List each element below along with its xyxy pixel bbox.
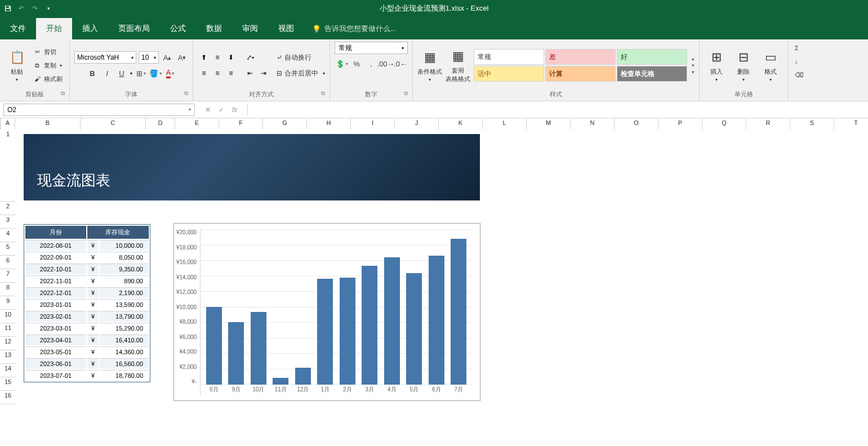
align-center-button[interactable]: ≡ xyxy=(211,67,224,79)
name-box[interactable]: O2▾ xyxy=(3,104,195,116)
style-normal[interactable]: 常规 xyxy=(474,49,544,65)
conditional-format-button[interactable]: ▦条件格式▾ xyxy=(417,45,442,86)
paste-button[interactable]: 📋 粘贴 ▾ xyxy=(5,45,29,86)
increase-font-button[interactable]: A▴ xyxy=(161,51,173,64)
chart-bar[interactable] xyxy=(206,307,222,385)
table-row[interactable]: 2023-05-01¥14,360.00 xyxy=(25,346,149,357)
col-header-Q[interactable]: Q xyxy=(702,118,746,130)
border-button[interactable]: ⊞ xyxy=(135,67,147,79)
col-header-B[interactable]: B xyxy=(15,118,81,130)
col-header-A[interactable]: A xyxy=(1,118,15,130)
col-header-P[interactable]: P xyxy=(658,118,702,130)
row-header-10[interactable]: 10 xyxy=(0,310,16,323)
row-header-16[interactable]: 16 xyxy=(0,391,16,404)
alignment-launcher[interactable]: ⧉ xyxy=(321,90,325,97)
col-header-H[interactable]: H xyxy=(307,118,351,130)
number-format-combo[interactable]: 常规▾ xyxy=(335,42,408,54)
increase-indent-button[interactable]: ⇥ xyxy=(257,67,270,79)
table-row[interactable]: 2022-11-01¥890.00 xyxy=(25,275,149,286)
chart-bar[interactable] xyxy=(429,256,444,385)
clear-button[interactable]: ⌫ xyxy=(793,69,806,81)
align-top-button[interactable]: ⬆ xyxy=(198,51,210,64)
format-table-button[interactable]: ▦套用 表格格式 xyxy=(446,45,470,86)
table-row[interactable]: 2023-07-01¥18,780.00 xyxy=(25,370,149,381)
save-icon[interactable] xyxy=(3,4,12,13)
table-row[interactable]: 2023-04-01¥16,410.00 xyxy=(25,334,149,345)
insert-cells-button[interactable]: ⊞插入▾ xyxy=(704,45,729,86)
styles-gallery[interactable]: 常规 差 好 适中 计算 检查单元格 xyxy=(474,49,687,82)
chart-bar[interactable] xyxy=(317,279,333,385)
chart-bar[interactable] xyxy=(228,322,244,385)
decrease-decimal-button[interactable]: .0← xyxy=(394,57,407,70)
row-header-9[interactable]: 9 xyxy=(0,296,16,310)
cell-area[interactable]: 现金流图表 月份 库存现金 2022-08-01¥10,000.002022-0… xyxy=(16,130,868,446)
col-header-K[interactable]: K xyxy=(439,118,483,130)
cancel-formula-icon[interactable]: ✕ xyxy=(205,106,211,114)
enter-formula-icon[interactable]: ✓ xyxy=(219,106,224,114)
col-header-I[interactable]: I xyxy=(351,118,395,130)
tab-insert[interactable]: 插入 xyxy=(72,18,108,39)
font-launcher[interactable]: ⧉ xyxy=(184,90,188,97)
undo-icon[interactable]: ↶ xyxy=(17,4,26,13)
col-header-S[interactable]: S xyxy=(790,118,834,130)
col-header-R[interactable]: R xyxy=(746,118,790,130)
col-header-O[interactable]: O xyxy=(615,118,658,130)
gallery-up-icon[interactable]: ▴ xyxy=(692,56,695,61)
fx-icon[interactable]: fx xyxy=(232,106,237,114)
tab-file[interactable]: 文件 xyxy=(0,18,36,39)
copy-button[interactable]: ⧉复制▾ xyxy=(30,59,65,72)
tell-me-search[interactable]: 💡 告诉我您想要做什么... xyxy=(304,18,404,39)
row-header-2[interactable]: 2 xyxy=(0,202,16,215)
bold-button[interactable]: B xyxy=(86,67,99,79)
table-row[interactable]: 2023-06-01¥16,560.00 xyxy=(25,358,149,369)
row-header-4[interactable]: 4 xyxy=(0,229,16,242)
gallery-more-icon[interactable]: ▾ xyxy=(692,69,695,75)
style-good[interactable]: 好 xyxy=(617,49,687,65)
row-header-15[interactable]: 15 xyxy=(0,377,16,391)
clipboard-launcher[interactable]: ⧉ xyxy=(61,90,65,97)
format-cells-button[interactable]: ▭格式▾ xyxy=(758,45,783,86)
font-name-combo[interactable]: Microsoft YaH▾ xyxy=(74,51,136,64)
orientation-button[interactable]: ⤤▾ xyxy=(244,51,256,64)
row-header-14[interactable]: 14 xyxy=(0,364,16,377)
chart-bar[interactable] xyxy=(340,278,355,385)
table-row[interactable]: 2022-10-01¥9,350.00 xyxy=(25,264,149,274)
style-neutral[interactable]: 适中 xyxy=(474,66,544,82)
fill-button[interactable]: ↓ xyxy=(793,55,800,68)
col-header-E[interactable]: E xyxy=(175,118,219,130)
underline-button[interactable]: U xyxy=(115,67,128,79)
col-header-J[interactable]: J xyxy=(395,118,439,130)
chart-bar[interactable] xyxy=(273,378,288,385)
row-header-3[interactable]: 3 xyxy=(0,215,16,229)
redo-icon[interactable]: ↷ xyxy=(30,4,39,13)
merge-button[interactable]: ⊟合并后居中▾ xyxy=(277,67,325,79)
tab-layout[interactable]: 页面布局 xyxy=(108,18,160,39)
chart-bar[interactable] xyxy=(295,368,311,385)
col-header-N[interactable]: N xyxy=(571,118,615,130)
col-header-C[interactable]: C xyxy=(81,118,146,130)
row-header-6[interactable]: 6 xyxy=(0,256,16,269)
align-middle-button[interactable]: ≡ xyxy=(211,51,224,64)
row-header-13[interactable]: 13 xyxy=(0,350,16,364)
cash-flow-chart[interactable]: ¥20,000¥18,000¥16,000¥14,000¥12,000¥10,0… xyxy=(173,223,480,401)
chart-bar[interactable] xyxy=(362,266,377,385)
col-header-G[interactable]: G xyxy=(263,118,307,130)
number-launcher[interactable]: ⧉ xyxy=(404,90,408,97)
row-header-7[interactable]: 7 xyxy=(0,269,16,283)
row-header-1[interactable]: 1 xyxy=(0,130,16,202)
table-row[interactable]: 2023-03-01¥15,290.00 xyxy=(25,323,149,333)
chart-bar[interactable] xyxy=(251,312,266,385)
tab-view[interactable]: 视图 xyxy=(268,18,304,39)
accounting-button[interactable]: 💲 xyxy=(336,57,348,70)
qat-dropdown-icon[interactable]: ▾ xyxy=(44,4,53,13)
gallery-down-icon[interactable]: ▾ xyxy=(692,63,695,68)
style-bad[interactable]: 差 xyxy=(545,49,616,65)
chart-bar[interactable] xyxy=(384,257,400,385)
font-size-combo[interactable]: 10▾ xyxy=(139,51,159,64)
align-right-button[interactable]: ≡ xyxy=(225,67,237,79)
table-row[interactable]: 2022-08-01¥10,000.00 xyxy=(25,240,149,251)
col-header-M[interactable]: M xyxy=(527,118,571,130)
row-header-12[interactable]: 12 xyxy=(0,337,16,350)
tab-formulas[interactable]: 公式 xyxy=(160,18,196,39)
fill-color-button[interactable]: 🪣 xyxy=(149,67,162,79)
